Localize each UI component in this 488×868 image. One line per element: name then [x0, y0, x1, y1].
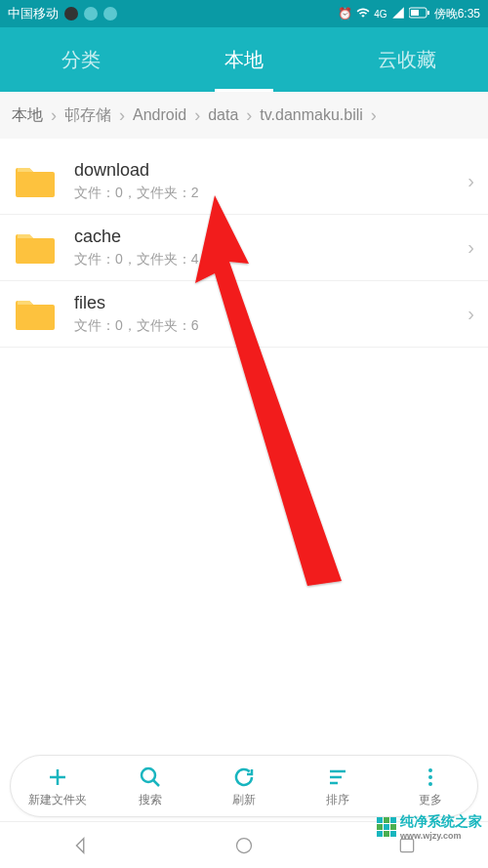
chevron-right-icon: ›: [460, 236, 474, 259]
tab-local[interactable]: 本地: [163, 27, 326, 92]
new-folder-button[interactable]: 新建文件夹: [11, 756, 104, 816]
more-vertical-icon: [418, 765, 443, 790]
tab-category[interactable]: 分类: [0, 27, 163, 92]
crumb-item[interactable]: Android: [131, 106, 188, 124]
list-item[interactable]: cache 文件：0，文件夹：4 ›: [0, 215, 488, 281]
file-info: download 文件：0，文件夹：2: [74, 160, 460, 202]
bb-label: 新建文件夹: [28, 792, 87, 808]
breadcrumb[interactable]: 本地 › 邨存储 › Android › data › tv.danmaku.b…: [0, 92, 488, 139]
nav-back-button[interactable]: [61, 826, 101, 865]
chevron-right-icon: ›: [113, 105, 131, 126]
refresh-button[interactable]: 刷新: [197, 756, 291, 816]
bottom-toolbar: 新建文件夹 搜索 刷新 排序 更多: [10, 755, 478, 817]
crumb-item[interactable]: 邨存储: [62, 105, 113, 126]
file-name: download: [74, 160, 460, 181]
top-tabs: 分类 本地 云收藏: [0, 27, 488, 92]
bb-label: 排序: [326, 792, 349, 808]
watermark: 纯净系统之家 www.wjzy.com: [377, 813, 482, 841]
time-label: 傍晚6:35: [434, 6, 480, 22]
signal-icon: [391, 6, 405, 22]
status-dot-icon: [103, 7, 117, 21]
tab-cloud[interactable]: 云收藏: [325, 27, 488, 92]
carrier-label: 中国移动: [8, 5, 59, 22]
file-meta: 文件：0，文件夹：2: [74, 185, 460, 202]
bb-label: 刷新: [232, 792, 256, 808]
svg-point-8: [236, 838, 251, 852]
alarm-icon: ⏰: [338, 7, 352, 21]
file-info: cache 文件：0，文件夹：4: [74, 227, 460, 269]
chevron-right-icon: ›: [365, 105, 383, 126]
sort-icon: [325, 765, 350, 790]
file-list: download 文件：0，文件夹：2 › cache 文件：0，文件夹：4 ›…: [0, 139, 488, 348]
svg-point-6: [428, 775, 432, 779]
watermark-url: www.wjzy.com: [400, 831, 482, 841]
status-dot-icon: [84, 7, 98, 21]
svg-point-7: [428, 782, 432, 786]
wifi-icon: [356, 6, 370, 22]
watermark-logo-icon: [377, 817, 396, 837]
bb-label: 更多: [419, 792, 442, 808]
svg-point-4: [142, 768, 155, 782]
refresh-icon: [231, 765, 257, 790]
folder-icon: [14, 297, 57, 332]
list-item[interactable]: files 文件：0，文件夹：6 ›: [0, 281, 488, 348]
folder-icon: [14, 164, 57, 199]
file-meta: 文件：0，文件夹：4: [74, 251, 460, 269]
file-name: files: [74, 293, 460, 313]
chevron-right-icon: ›: [460, 170, 474, 192]
sort-button[interactable]: 排序: [291, 756, 385, 816]
crumb-item[interactable]: data: [206, 106, 240, 124]
svg-point-5: [428, 768, 432, 772]
chevron-right-icon: ›: [188, 105, 206, 126]
status-left: 中国移动: [8, 5, 117, 22]
watermark-text: 纯净系统之家: [400, 813, 482, 831]
battery-icon: [409, 7, 430, 21]
svg-rect-2: [427, 11, 429, 15]
file-info: files 文件：0，文件夹：6: [74, 293, 460, 335]
nav-home-button[interactable]: [224, 826, 264, 865]
svg-rect-1: [411, 10, 419, 16]
file-name: cache: [74, 227, 460, 247]
chevron-right-icon: ›: [45, 105, 62, 126]
file-meta: 文件：0，文件夹：6: [74, 317, 460, 335]
crumb-item[interactable]: tv.danmaku.bili: [258, 106, 365, 124]
chevron-right-icon: ›: [460, 303, 474, 325]
network-label: 4G: [374, 9, 386, 20]
more-button[interactable]: 更多: [384, 756, 477, 816]
folder-icon: [14, 230, 57, 266]
status-right: ⏰ 4G 傍晚6:35: [338, 6, 480, 22]
plus-icon: [45, 765, 70, 790]
status-bar: 中国移动 ⏰ 4G 傍晚6:35: [0, 0, 488, 27]
status-dot-icon: [64, 7, 78, 21]
list-item[interactable]: download 文件：0，文件夹：2 ›: [0, 148, 488, 215]
chevron-right-icon: ›: [240, 105, 258, 126]
bb-label: 搜索: [139, 792, 162, 808]
crumb-item[interactable]: 本地: [10, 105, 45, 126]
search-button[interactable]: 搜索: [104, 756, 198, 816]
search-icon: [138, 765, 163, 790]
